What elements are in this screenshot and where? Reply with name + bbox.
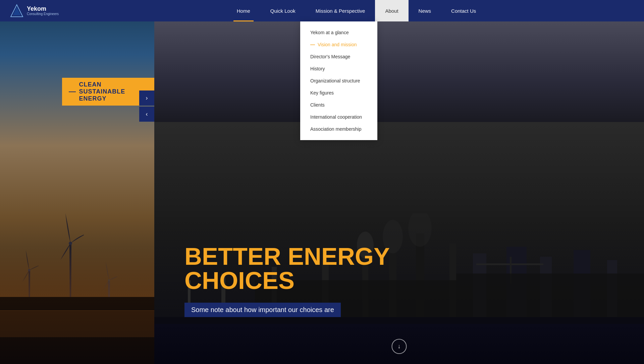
hero-title-line2: CHOICES bbox=[184, 268, 390, 293]
dropdown-label-association: Association membership bbox=[310, 126, 362, 132]
dropdown-item-cooperation[interactable]: International cooperation bbox=[300, 111, 377, 123]
logo-icon bbox=[10, 4, 23, 17]
nav-quick-look[interactable]: Quick Look bbox=[260, 0, 306, 21]
label-line bbox=[69, 92, 76, 92]
dropdown-label-org: Organizational structure bbox=[310, 78, 360, 83]
prev-slide-button[interactable]: ‹ bbox=[139, 107, 154, 122]
nav-about[interactable]: About bbox=[375, 0, 408, 21]
scroll-down-button[interactable]: ↓ bbox=[392, 339, 407, 354]
svg-point-19 bbox=[408, 213, 432, 247]
nav-mission[interactable]: Mission & Perspective bbox=[306, 0, 375, 21]
hero-right-panel: BETTER ENERGY CHOICES Some note about ho… bbox=[154, 21, 644, 364]
navbar: Yekom Consulting Engineers Home Quick Lo… bbox=[0, 0, 644, 21]
hero-text-block: BETTER ENERGY CHOICES Some note about ho… bbox=[184, 244, 390, 317]
water-reflection bbox=[0, 310, 154, 337]
hero-subtitle: Some note about how important our choice… bbox=[184, 303, 341, 317]
dropdown-item-history[interactable]: History bbox=[300, 63, 377, 75]
hero-title-line1: BETTER ENERGY bbox=[184, 244, 390, 268]
scroll-down-icon: ↓ bbox=[398, 343, 401, 350]
dropdown-item-director[interactable]: Director's Message bbox=[300, 51, 377, 63]
dropdown-item-org[interactable]: Organizational structure bbox=[300, 75, 377, 87]
dropdown-label-history: History bbox=[310, 66, 325, 71]
logo[interactable]: Yekom Consulting Engineers bbox=[0, 4, 69, 17]
dropdown-label-figures: Key figures bbox=[310, 90, 334, 96]
next-arrow-icon: › bbox=[146, 95, 148, 102]
dropdown-label-director: Director's Message bbox=[310, 54, 350, 59]
dropdown-item-glance[interactable]: Yekom at a glance bbox=[300, 26, 377, 39]
nav-home[interactable]: Home bbox=[227, 0, 260, 21]
dropdown-item-association[interactable]: Association membership bbox=[300, 123, 377, 135]
dropdown-item-vision[interactable]: Vision and mission bbox=[300, 39, 377, 51]
dropdown-item-figures[interactable]: Key figures bbox=[300, 87, 377, 99]
hero-label-text: CLEAN SUSTAINABLE ENERGY bbox=[79, 81, 148, 102]
dropdown-label-glance: Yekom at a glance bbox=[310, 30, 349, 35]
brand-name: Yekom bbox=[27, 6, 59, 12]
dropdown-label-clients: Clients bbox=[310, 102, 325, 108]
hero-left-panel: CLEAN SUSTAINABLE ENERGY › ‹ bbox=[0, 0, 154, 364]
nav-contact[interactable]: Contact Us bbox=[441, 0, 486, 21]
nav-news[interactable]: News bbox=[409, 0, 441, 21]
nav-links: Home Quick Look Mission & Perspective Ab… bbox=[227, 0, 486, 21]
prev-arrow-icon: ‹ bbox=[146, 111, 148, 118]
sky bbox=[154, 21, 644, 122]
dropdown-label-cooperation: International cooperation bbox=[310, 114, 362, 120]
brand-subtitle: Consulting Engineers bbox=[27, 12, 59, 16]
next-slide-button[interactable]: › bbox=[139, 90, 154, 106]
dropdown-label-vision: Vision and mission bbox=[318, 42, 357, 47]
about-dropdown: Yekom at a glance Vision and mission Dir… bbox=[300, 21, 377, 140]
dropdown-item-clients[interactable]: Clients bbox=[300, 99, 377, 111]
